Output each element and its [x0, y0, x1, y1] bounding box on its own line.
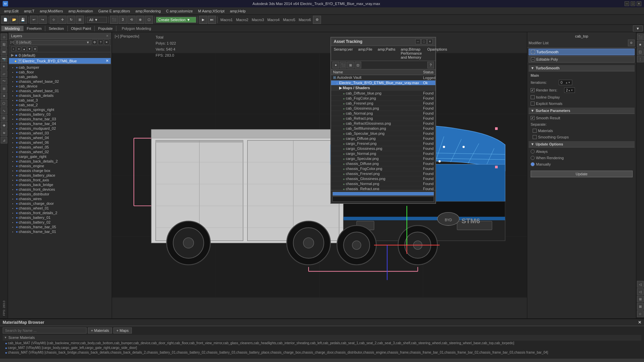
- tab-objectpaint[interactable]: Object Paint: [68, 26, 95, 31]
- layer-file-close[interactable]: ✕: [106, 59, 109, 63]
- isoline-check[interactable]: [531, 95, 535, 99]
- scene-materials-toggle[interactable]: ▼ Scene Materials: [3, 335, 641, 341]
- scene-item-cab_bumper[interactable]: •■cab_bumper: [8, 65, 112, 70]
- menu-gameditors[interactable]: Game E amp;ditors: [96, 8, 133, 14]
- layer-0-default[interactable]: ▶ ■ 0 (default): [9, 52, 111, 58]
- asset-minimize-btn[interactable]: ─: [415, 39, 421, 44]
- minimize-button[interactable]: ─: [625, 1, 629, 6]
- scene-item-chassis_battery_02[interactable]: •■chassis_battery_02: [8, 220, 112, 225]
- asset-tool-4[interactable]: ⊡: [355, 62, 361, 68]
- always-radio[interactable]: [531, 149, 535, 154]
- modifier-turbosmooth[interactable]: + TurboSmooth: [529, 49, 635, 55]
- scene-item-cab_device[interactable]: •■cab_device: [8, 84, 112, 88]
- asset-row-cab-normal[interactable]: ■ cab_Normal.png Found: [331, 111, 435, 116]
- asset-row-chassis-fog[interactable]: ■ chassis_FogColor.png Found: [331, 166, 435, 171]
- asset-close-btn[interactable]: ✕: [427, 39, 433, 44]
- vbar-patch[interactable]: ⬡: [1, 100, 7, 107]
- material-chassis[interactable]: ■ chassis_MAT (VRayMtl) [chassis_back_br…: [3, 350, 641, 355]
- toolbar-select[interactable]: ⊹: [50, 16, 58, 24]
- scene-item-cab_seat_2[interactable]: •■cab_seat_2: [8, 103, 112, 107]
- scene-item-chassis_front_details_2[interactable]: •■chassis_front_details_2: [8, 210, 112, 215]
- asset-row-chassis-normal[interactable]: ■ chassis_Normal.png Found: [331, 181, 435, 186]
- scene-item-chassis_front_devices[interactable]: •■chassis_front_devices: [8, 187, 112, 192]
- asset-row-cab-specular[interactable]: ■ cab_Specular_blue.png Found: [331, 131, 435, 136]
- asset-row-chassis-fresnel[interactable]: ■ chassis_Fresnel.png Found: [331, 171, 435, 176]
- layers-help-btn[interactable]: ?: [98, 40, 103, 45]
- scene-item-chassis_wheel_base_02[interactable]: •■chassis_wheel_base_02: [8, 79, 112, 84]
- rbar-btn1[interactable]: ⬛: [637, 34, 644, 40]
- toolbar-btn2[interactable]: 3: [119, 16, 127, 24]
- toolbar-undo[interactable]: ↩: [30, 16, 38, 24]
- layers-settings-btn[interactable]: ⚙: [92, 40, 97, 45]
- rbar-btn9[interactable]: ☆: [637, 310, 644, 317]
- layer-properties[interactable]: ⚙: [33, 47, 37, 51]
- modifier-poly-expand[interactable]: +: [531, 57, 535, 61]
- iterations-input[interactable]: 0 ▲▼: [559, 80, 572, 85]
- asset-row-cab-diffuse[interactable]: ■ cab_Diffuse_blue.png Found: [331, 91, 435, 96]
- scene-item-chassis_wheel_base_01[interactable]: •■chassis_wheel_base_01: [8, 88, 112, 93]
- asset-row-maps-section[interactable]: ▶ Maps / Shaders: [331, 85, 435, 91]
- scene-item-chassis_frame_bar_01[interactable]: •■chassis_frame_bar_01: [8, 229, 112, 234]
- modifier-editable-poly[interactable]: + Editable Poly: [529, 56, 635, 63]
- scene-item-cab_pedals[interactable]: •■cab_pedals: [8, 74, 112, 79]
- rbar-btn2[interactable]: ■: [637, 41, 644, 48]
- toolbar-btn1[interactable]: ⬛: [110, 16, 118, 24]
- layer-move-up[interactable]: ▲: [22, 47, 26, 51]
- modifier-expand-btn[interactable]: +: [531, 50, 535, 54]
- layers-dropdown[interactable]: 0 (default) ▼: [14, 40, 91, 45]
- layers-close[interactable]: ✕: [106, 34, 109, 38]
- toolbar-btn3[interactable]: ⟲: [127, 16, 136, 24]
- asset-maximize-btn[interactable]: □: [421, 39, 427, 44]
- smoothing-groups-check[interactable]: [533, 135, 537, 139]
- vbar-compound[interactable]: ⊞: [1, 85, 7, 92]
- menu-customize[interactable]: C amp;ustomize: [163, 8, 195, 14]
- asset-row-chassis-diffuse[interactable]: ■ chassis_Diffuse.png Found: [331, 161, 435, 166]
- asset-row-cargo-normal[interactable]: ■ cargo_Normal.png Found: [331, 151, 435, 156]
- toolbar-scale[interactable]: ⊞: [76, 16, 84, 24]
- vbar-light[interactable]: ☀: [1, 63, 7, 70]
- scene-item-chassis_front_axis[interactable]: •■chassis_front_axis: [8, 178, 112, 182]
- asset-row-cab-fresnel[interactable]: ■ cab_Fresnel.png Found: [331, 101, 435, 106]
- layer-selected-file[interactable]: ● T Electric_Truck_BYD_ETM6_Blue ✕: [9, 58, 111, 64]
- vbar-geo[interactable]: ▱: [1, 70, 7, 77]
- vbar-camera[interactable]: 📷: [1, 56, 7, 62]
- rbar-btn6[interactable]: ◁: [637, 288, 644, 295]
- asset-row-cab-fog[interactable]: ■ cab_FogColor.png Found: [331, 96, 435, 101]
- asset-row-cab-refract[interactable]: ■ cab_Refract.png Found: [331, 116, 435, 121]
- toolbar-new[interactable]: 📄: [1, 16, 9, 24]
- menu-rendering[interactable]: amp;Rendering: [133, 8, 163, 14]
- smooth-result-check[interactable]: [531, 116, 535, 120]
- asset-tool-help[interactable]: ?: [427, 62, 434, 68]
- asset-file-list[interactable]: Name Status P ⊞ Autodesk Vault Logged Ou…: [331, 69, 435, 190]
- asset-row-chassis-refract[interactable]: ■ chassis_Refract.png Found: [331, 186, 435, 190]
- toolbar-move[interactable]: ✛: [58, 16, 66, 24]
- tab-freeform[interactable]: Freeform: [23, 26, 46, 31]
- close-button[interactable]: ✕: [637, 1, 641, 6]
- material-cab-blue[interactable]: ■ cab_blue_MAT (VRayMtl) [cab_backview_m…: [3, 341, 641, 345]
- rbar-btn4[interactable]: ⋮: [637, 56, 644, 62]
- scene-item-chassis_engine[interactable]: •■chassis_engine: [8, 164, 112, 168]
- vbar-link[interactable]: ⛓: [1, 41, 7, 48]
- asset-menu-file[interactable]: amp;File: [357, 47, 374, 60]
- asset-row-chassis-gloss[interactable]: ■ chassis_Glossiness.png Found: [331, 176, 435, 181]
- scene-item-chassis_battery_01[interactable]: •■chassis_battery_01: [8, 215, 112, 220]
- menu-t[interactable]: amp;T: [21, 8, 37, 14]
- layers-close-btn[interactable]: ✕: [104, 40, 109, 45]
- menu-modifiers[interactable]: amp;Modifiers: [37, 8, 66, 14]
- asset-row-cab-refractgloss[interactable]: ■ cab_RefractGlossiness.png Found: [331, 121, 435, 126]
- menu-animation[interactable]: amp;Animation: [66, 8, 96, 14]
- vbar-dynamics[interactable]: ⚙: [1, 115, 7, 121]
- asset-row-cab-selfillum[interactable]: ■ cab_SelfIllumination.png Found: [331, 126, 435, 131]
- asset-tool-3[interactable]: ⊞: [347, 62, 354, 68]
- asset-tool-2[interactable]: ⬛: [340, 62, 346, 68]
- scene-item-chassis_mudguard_02[interactable]: •■chassis_mudguard_02: [8, 126, 112, 131]
- toolbar-redo[interactable]: ↪: [39, 16, 47, 24]
- asset-menu-paths[interactable]: amp;Paths: [376, 47, 397, 60]
- modifier-config-btn[interactable]: ⚙: [628, 40, 635, 46]
- explicit-normals-check[interactable]: [531, 102, 535, 106]
- viewport-mode-select[interactable]: ▼: [633, 25, 643, 32]
- scene-item-chassis_battery_03[interactable]: •■chassis_battery_03: [8, 112, 112, 117]
- scene-item-chassis_back_details_2[interactable]: •■chassis_back_details_2: [8, 159, 112, 164]
- scene-item-chassis_charge_door[interactable]: •■chassis_charge_door: [8, 201, 112, 206]
- vbar-bind[interactable]: ⋈: [1, 48, 7, 55]
